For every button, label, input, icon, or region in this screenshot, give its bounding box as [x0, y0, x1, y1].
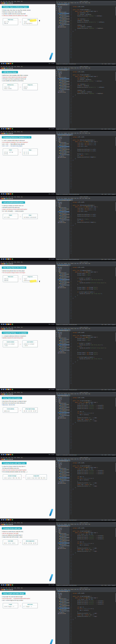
menu-item-view[interactable]: View: [6, 66, 7, 67]
menu-item-draw[interactable]: Draw: [11, 392, 13, 393]
tree-item[interactable]: sec05.exam01: [58, 207, 70, 208]
pen-tool-icon[interactable]: [1, 198, 2, 199]
tree-item[interactable]: ArrayCreateExample: [58, 347, 70, 348]
file-explorer-icon[interactable]: [6, 128, 8, 129]
menu-item-file[interactable]: File: [1, 457, 2, 458]
tree-item[interactable]: .idea: [58, 8, 70, 9]
menu-item-help[interactable]: Help: [21, 262, 22, 262]
menu-item-file[interactable]: File: [1, 262, 2, 262]
menu-item-view[interactable]: View: [6, 522, 7, 523]
ide-menu-build[interactable]: Build: [74, 393, 76, 394]
media-player-icon[interactable]: [12, 258, 13, 260]
menu-item-edit[interactable]: Edit: [3, 262, 4, 262]
tree-item[interactable]: .idea: [58, 464, 70, 465]
minimize-icon[interactable]: –: [112, 457, 113, 458]
tree-item[interactable]: MainStringArrayArgument: [58, 480, 70, 481]
ide-menu-refactor[interactable]: Refactor: [70, 68, 74, 68]
tree-item[interactable]: PromotionExample: [58, 274, 70, 275]
tree-item[interactable]: sec05.exam05: [58, 218, 70, 219]
tree-item[interactable]: .idea: [58, 333, 70, 335]
tree-item[interactable]: sec05.exam02: [58, 14, 70, 16]
tree-item[interactable]: sec05.exam05: [58, 153, 70, 154]
ide-menu-code[interactable]: Code: [68, 589, 70, 590]
menu-item-insert[interactable]: Insert: [8, 262, 10, 262]
ide-menu-code[interactable]: Code: [68, 263, 70, 264]
tree-item[interactable]: External Libraries: [58, 352, 70, 354]
tree-item[interactable]: src: [58, 75, 70, 77]
menu-item-draw[interactable]: Draw: [11, 262, 13, 262]
maximize-icon[interactable]: □: [114, 327, 114, 328]
ide-menu-run[interactable]: Run: [77, 328, 78, 329]
menu-item-edit[interactable]: Edit: [3, 588, 4, 588]
menu-item-draw[interactable]: Draw: [11, 66, 13, 67]
code-area[interactable]: package sec05.exam04;public class ArrayC…: [72, 527, 116, 584]
caret-position[interactable]: 17:36: [101, 389, 103, 390]
eraser-tool-icon[interactable]: [4, 589, 5, 590]
tree-item[interactable]: out: [58, 9, 70, 10]
ide-menu-code[interactable]: Code: [68, 133, 70, 134]
tree-item[interactable]: chap05.iml: [58, 351, 70, 352]
tree-item[interactable]: ReferenceVariableExample: [58, 211, 70, 212]
menu-item-insert[interactable]: Insert: [8, 392, 10, 393]
ime-indicator[interactable]: ENG: [49, 259, 50, 260]
editor-tab[interactable]: StringEqualsExample.java×: [57, 264, 70, 266]
ide-app-icon[interactable]: [10, 63, 11, 64]
ide-menu-edit[interactable]: Edit: [59, 2, 60, 3]
shape-tool-icon[interactable]: [6, 2, 6, 4]
ide-menu-window[interactable]: Window: [84, 198, 88, 199]
structure-tool-icon[interactable]: [56, 529, 57, 530]
zoom-tool-icon[interactable]: [12, 2, 13, 4]
ide-menu-refactor[interactable]: Refactor: [70, 328, 74, 329]
scrollbar-thumb[interactable]: [115, 202, 116, 211]
ime-indicator[interactable]: ENG: [49, 584, 50, 586]
close-icon[interactable]: ×: [115, 196, 115, 197]
tree-item[interactable]: ReferenceVariableExample: [58, 276, 70, 278]
ide-menu-help[interactable]: Help: [88, 458, 90, 460]
favorites-tool-icon[interactable]: [56, 401, 57, 402]
ime-indicator[interactable]: ENG: [49, 519, 50, 520]
menu-item-insert[interactable]: Insert: [8, 588, 10, 588]
tree-item[interactable]: sec05.exam02: [58, 275, 70, 276]
tree-item[interactable]: StringEqualsExample: [58, 279, 70, 280]
tree-item[interactable]: MainStringArrayArgument: [58, 350, 70, 351]
tree-item[interactable]: ReferenceVariableExample: [58, 602, 70, 604]
browser-icon[interactable]: [5, 258, 6, 260]
highlighter-tool-icon[interactable]: [2, 524, 4, 525]
editor-tab[interactable]: ReferenceVariableExample.java×: [57, 199, 73, 201]
encoding-indicator[interactable]: UTF-8: [108, 585, 110, 586]
tree-item[interactable]: out: [58, 530, 70, 532]
tree-item[interactable]: chap05: [58, 136, 70, 138]
code-area[interactable]: package sec05.exam01;public class Promot…: [72, 6, 116, 63]
ide-menu-view[interactable]: View: [61, 393, 63, 394]
ide-menu-code[interactable]: Code: [68, 2, 70, 3]
ide-menu-build[interactable]: Build: [74, 2, 76, 3]
line-ending-indicator[interactable]: CRLF: [104, 129, 107, 130]
tree-item[interactable]: sec05.exam05: [58, 348, 70, 350]
zoom-tool-icon[interactable]: [12, 328, 13, 330]
menu-item-view[interactable]: View: [6, 327, 7, 328]
maximize-icon[interactable]: □: [114, 457, 114, 458]
ide-menu-navigate[interactable]: Navigate: [64, 393, 67, 394]
menu-item-view[interactable]: View: [6, 457, 7, 458]
menu-item-help[interactable]: Help: [21, 588, 22, 588]
close-icon[interactable]: ×: [115, 1, 115, 2]
ide-menu-refactor[interactable]: Refactor: [70, 524, 74, 524]
pen-tool-icon[interactable]: [1, 133, 2, 134]
ide-menu-edit[interactable]: Edit: [59, 458, 60, 460]
ide-app-icon[interactable]: [10, 584, 11, 586]
highlighter-tool-icon[interactable]: [2, 459, 4, 460]
project-tool-icon[interactable]: [56, 136, 57, 138]
menu-item-view[interactable]: View: [6, 1, 7, 2]
notes-app-icon[interactable]: [8, 584, 10, 586]
caret-position[interactable]: 6:30: [102, 324, 103, 325]
tree-item[interactable]: sec05.exam02: [58, 144, 70, 146]
scrollbar-thumb[interactable]: [115, 593, 116, 602]
minimize-icon[interactable]: –: [112, 66, 113, 67]
maximize-icon[interactable]: □: [114, 588, 114, 588]
favorites-tool-icon[interactable]: [56, 531, 57, 532]
menu-item-draw[interactable]: Draw: [11, 522, 13, 523]
tree-item[interactable]: out: [58, 595, 70, 597]
ide-menu-edit[interactable]: Edit: [59, 133, 60, 134]
highlighter-tool-icon[interactable]: [2, 68, 4, 69]
menu-item-insert[interactable]: Insert: [8, 1, 10, 2]
